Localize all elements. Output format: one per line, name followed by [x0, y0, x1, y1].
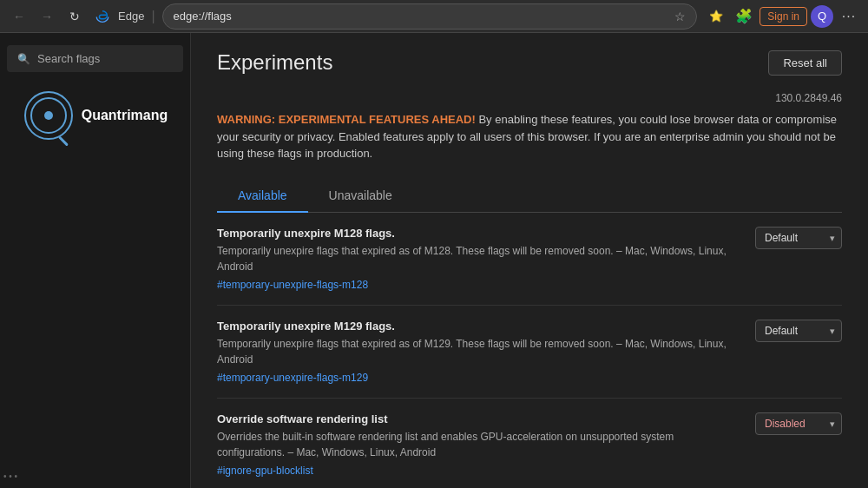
search-flags-label: Search flags	[37, 52, 100, 65]
flag-control: Default Enabled Disabled	[755, 412, 842, 435]
edge-logo	[94, 8, 111, 25]
version-number: 130.0.2849.46	[775, 92, 842, 104]
flag-item: Override software rendering list Overrid…	[217, 399, 842, 489]
flag-control: Default Enabled Disabled	[755, 227, 842, 249]
more-button[interactable]: ···	[837, 4, 861, 29]
flag-link[interactable]: #ignore-gpu-blocklist	[217, 465, 313, 477]
browser-chrome: ← → ↻ Edge | edge://flags ☆ ⭐ 🧩 Sign in …	[0, 0, 868, 33]
select-wrapper: Default Enabled Disabled	[755, 320, 842, 342]
logo-area: Quantrimang	[0, 76, 190, 155]
address-bar[interactable]: edge://flags ☆	[162, 3, 698, 30]
flag-link[interactable]: #temporary-unexpire-flags-m129	[217, 372, 368, 384]
flag-desc: Temporarily unexpire flags that expired …	[217, 243, 738, 274]
back-button[interactable]: ←	[7, 4, 31, 29]
flag-control: Default Enabled Disabled	[755, 320, 842, 342]
select-wrapper: Default Enabled Disabled	[755, 412, 842, 435]
tabs-container: Available Unavailable	[217, 180, 842, 213]
version-row: 130.0.2849.46	[217, 85, 842, 104]
flag-item: Temporarily unexpire M128 flags. Tempora…	[217, 213, 842, 306]
flag-item: Temporarily unexpire M129 flags. Tempora…	[217, 306, 842, 399]
flag-link[interactable]: #temporary-unexpire-flags-m128	[217, 279, 368, 291]
header-row: Experiments Reset all	[217, 50, 842, 75]
logo-middle-ring	[30, 97, 67, 134]
address-text: edge://flags	[174, 10, 668, 23]
flag-desc: Overrides the built-in software renderin…	[217, 429, 738, 460]
signin-button[interactable]: Sign in	[760, 7, 807, 26]
flag-info: Temporarily unexpire M128 flags. Tempora…	[217, 227, 738, 291]
select-wrapper: Default Enabled Disabled	[755, 227, 842, 249]
url-protocol: edge://flags	[174, 10, 232, 23]
forward-button[interactable]: →	[35, 4, 59, 29]
flag-name: Temporarily unexpire M129 flags.	[217, 320, 738, 333]
page-title: Experiments	[217, 50, 332, 75]
bottom-dots: • • •	[3, 472, 17, 481]
quantrimang-logo: Quantrimang	[23, 89, 168, 142]
tab-available[interactable]: Available	[217, 180, 308, 213]
refresh-button[interactable]: ↻	[62, 4, 87, 29]
flag-desc: Temporarily unexpire flags that expired …	[217, 336, 738, 367]
toolbar-right: ⭐ 🧩 Sign in Q ···	[704, 4, 861, 29]
flag-select[interactable]: Default Enabled Disabled	[755, 412, 842, 435]
avatar-button[interactable]: Q	[811, 5, 833, 28]
search-flags-container[interactable]: 🔍 Search flags	[7, 45, 183, 72]
search-icon: 🔍	[17, 53, 30, 65]
extensions-button[interactable]: 🧩	[732, 4, 756, 29]
star-icon[interactable]: ☆	[674, 10, 686, 23]
main-content: Experiments Reset all 130.0.2849.46 WARN…	[191, 33, 868, 488]
collections-button[interactable]: ⭐	[704, 4, 728, 29]
flag-name: Temporarily unexpire M128 flags.	[217, 227, 738, 240]
reset-all-button[interactable]: Reset all	[768, 50, 842, 76]
warning-box: WARNING: EXPERIMENTAL FEATURES AHEAD! By…	[217, 111, 842, 162]
flag-name: Override software rendering list	[217, 412, 738, 425]
sidebar: 🔍 Search flags Quantrimang	[0, 33, 191, 488]
tab-unavailable[interactable]: Unavailable	[308, 180, 413, 213]
browser-name: Edge	[118, 10, 144, 23]
logo-text: Quantrimang	[82, 108, 168, 123]
search-handle	[58, 135, 69, 146]
page-wrapper: 🔍 Search flags Quantrimang Experiments R…	[0, 33, 868, 488]
flag-select[interactable]: Default Enabled Disabled	[755, 320, 842, 342]
nav-buttons: ← → ↻	[7, 4, 87, 29]
warning-bold: WARNING: EXPERIMENTAL FEATURES AHEAD!	[217, 113, 476, 126]
flags-list: Temporarily unexpire M128 flags. Tempora…	[217, 213, 842, 489]
flag-select[interactable]: Default Enabled Disabled	[755, 227, 842, 249]
flag-info: Override software rendering list Overrid…	[217, 412, 738, 477]
logo-graphic	[23, 89, 75, 142]
flag-info: Temporarily unexpire M129 flags. Tempora…	[217, 320, 738, 384]
